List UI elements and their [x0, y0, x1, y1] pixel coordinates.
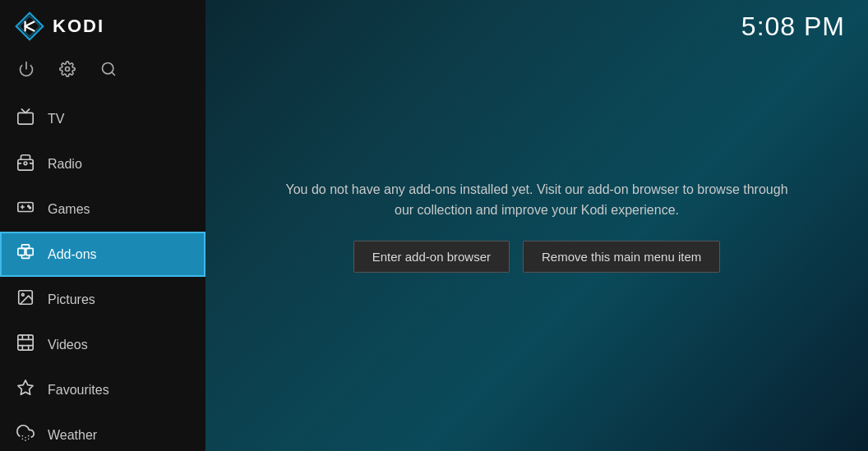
weather-icon — [16, 424, 35, 446]
sidebar-header: KODI — [0, 0, 205, 53]
svg-rect-20 — [21, 245, 29, 249]
sidebar-item-games-label: Games — [48, 202, 90, 217]
svg-line-3 — [25, 22, 35, 26]
sidebar-nav: TV Radio — [0, 96, 205, 451]
radio-icon — [16, 153, 35, 175]
power-button[interactable] — [18, 61, 35, 81]
svg-rect-18 — [18, 248, 25, 255]
main-message: You do not have any add-ons installed ye… — [285, 178, 787, 220]
sidebar-item-radio[interactable]: Radio — [0, 141, 205, 186]
sidebar-item-tv[interactable]: TV — [0, 96, 205, 141]
games-icon — [16, 198, 35, 220]
svg-point-22 — [21, 293, 24, 296]
settings-button[interactable] — [59, 61, 76, 81]
main-center-content: You do not have any add-ons installed ye… — [241, 178, 833, 272]
sidebar: KODI — [0, 0, 205, 451]
svg-marker-30 — [18, 380, 33, 394]
svg-rect-23 — [18, 335, 33, 350]
sidebar-item-radio-label: Radio — [48, 157, 82, 172]
pictures-icon — [16, 288, 35, 311]
svg-line-4 — [25, 26, 35, 30]
enter-addon-browser-button[interactable]: Enter add-on browser — [353, 241, 510, 273]
sidebar-item-favourites-label: Favourites — [48, 383, 109, 398]
sidebar-item-videos[interactable]: Videos — [0, 322, 205, 367]
time-display: 5:08 PM — [741, 12, 845, 42]
sidebar-item-weather[interactable]: Weather — [0, 412, 205, 451]
kodi-logo-icon — [15, 12, 44, 41]
favourites-icon — [16, 379, 35, 401]
svg-point-11 — [24, 162, 27, 165]
svg-line-8 — [112, 72, 115, 76]
sidebar-item-games[interactable]: Games — [0, 186, 205, 232]
videos-icon — [16, 334, 35, 356]
sidebar-icon-row — [0, 53, 205, 96]
sidebar-item-addons[interactable]: Add-ons — [0, 232, 205, 277]
sidebar-item-weather-label: Weather — [48, 428, 97, 443]
sidebar-item-tv-label: TV — [48, 112, 64, 127]
sidebar-item-videos-label: Videos — [48, 338, 88, 352]
svg-rect-9 — [18, 113, 33, 124]
svg-point-6 — [66, 67, 70, 71]
remove-menu-item-button[interactable]: Remove this main menu item — [523, 241, 720, 273]
tv-icon — [16, 108, 35, 130]
svg-rect-19 — [26, 248, 33, 255]
main-action-buttons: Enter add-on browser Remove this main me… — [353, 241, 721, 273]
main-content-area: 5:08 PM You do not have any add-ons inst… — [205, 0, 868, 451]
sidebar-item-favourites[interactable]: Favourites — [0, 367, 205, 412]
sidebar-item-pictures-label: Pictures — [48, 292, 95, 307]
app-title: KODI — [53, 16, 104, 37]
sidebar-item-addons-label: Add-ons — [48, 247, 97, 262]
addons-icon — [16, 243, 35, 265]
search-button[interactable] — [100, 61, 117, 81]
sidebar-item-pictures[interactable]: Pictures — [0, 277, 205, 322]
svg-point-17 — [30, 207, 31, 209]
svg-marker-0 — [16, 13, 43, 39]
